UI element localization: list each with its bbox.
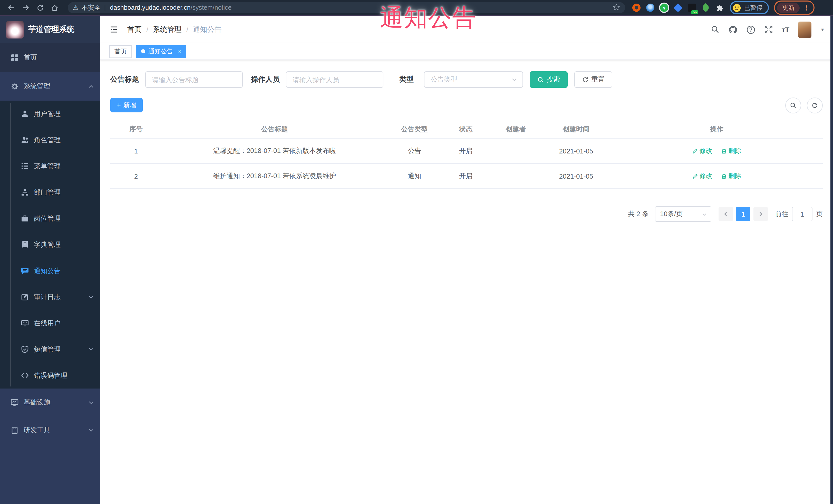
profile-paused-badge[interactable]: 已暂停 bbox=[730, 1, 769, 15]
edit-link[interactable]: 修改 bbox=[692, 172, 712, 181]
app-logo[interactable]: 芋道管理系统 bbox=[0, 16, 100, 43]
online-users-icon bbox=[21, 319, 29, 327]
browser-forward-icon[interactable] bbox=[19, 2, 33, 13]
sidebar-item-label: 用户管理 bbox=[34, 109, 61, 118]
page-size-select[interactable]: 10条/页 bbox=[655, 206, 711, 222]
tab-label: 通知公告 bbox=[148, 47, 173, 56]
sidebar-item-system-management[interactable]: 系统管理 bbox=[0, 72, 100, 101]
sidebar-item-label: 字典管理 bbox=[34, 240, 61, 249]
search-form: 公告标题 操作人员 类型 公告类型 搜索 bbox=[110, 71, 823, 88]
tags-view-bar: 首页 通知公告 × bbox=[100, 43, 833, 60]
sidebar-item-infrastructure[interactable]: 基础设施 bbox=[0, 388, 100, 416]
fullscreen-icon[interactable] bbox=[764, 25, 773, 34]
select-chevron-down-icon bbox=[511, 76, 517, 82]
browser-reload-icon[interactable] bbox=[33, 2, 47, 13]
sidebar-item-dev-tools[interactable]: 研发工具 bbox=[0, 416, 100, 444]
add-button[interactable]: + 新增 bbox=[110, 98, 143, 113]
extension-blue-diamond-icon[interactable] bbox=[673, 3, 682, 12]
sidebar-item-role-management[interactable]: 角色管理 bbox=[0, 127, 100, 153]
avatar-caret-down-icon[interactable]: ▼ bbox=[820, 27, 825, 32]
extension-blue-gem-icon[interactable] bbox=[646, 4, 654, 12]
browser-menu-kebab-icon[interactable]: ⋮ bbox=[803, 4, 810, 11]
browser-home-icon[interactable] bbox=[47, 2, 62, 13]
sidebar-item-error-code[interactable]: 错误码管理 bbox=[0, 362, 100, 388]
sidebar-item-label: 短信管理 bbox=[34, 345, 61, 354]
delete-link[interactable]: 删除 bbox=[721, 146, 741, 155]
user-avatar[interactable] bbox=[798, 21, 811, 38]
cell-no: 1 bbox=[110, 147, 162, 155]
sidebar-fold-icon[interactable] bbox=[109, 25, 118, 34]
sidebar-item-menu-management[interactable]: 菜单管理 bbox=[0, 153, 100, 179]
bookmark-star-icon[interactable] bbox=[613, 3, 620, 12]
sidebar-item-sms-management[interactable]: 短信管理 bbox=[0, 336, 100, 362]
page-scrollbar[interactable] bbox=[830, 16, 833, 504]
notice-title-input[interactable] bbox=[145, 71, 243, 88]
toggle-search-button[interactable] bbox=[785, 97, 801, 113]
address-bar[interactable]: ⚠ 不安全 dashboard.yudao.iocoder.cn/system/… bbox=[68, 2, 625, 13]
breadcrumb-home[interactable]: 首页 bbox=[127, 25, 142, 34]
edit-link[interactable]: 修改 bbox=[692, 146, 712, 155]
current-page[interactable]: 1 bbox=[736, 207, 751, 221]
goto-page-input[interactable] bbox=[792, 207, 812, 221]
sidebar-item-dict-management[interactable]: 字典管理 bbox=[0, 232, 100, 258]
sidebar-item-post-management[interactable]: 岗位管理 bbox=[0, 205, 100, 232]
search-button[interactable]: 搜索 bbox=[530, 71, 568, 88]
sidebar-item-user-management[interactable]: 用户管理 bbox=[0, 101, 100, 127]
next-page-button[interactable] bbox=[754, 207, 768, 221]
operator-input[interactable] bbox=[286, 71, 383, 88]
update-button[interactable]: 更新 bbox=[777, 2, 800, 13]
github-icon[interactable] bbox=[728, 25, 737, 34]
cell-operations: 修改 删除 bbox=[611, 172, 823, 181]
user-icon bbox=[21, 110, 29, 118]
notice-table: 序号 公告标题 公告类型 状态 创建者 创建时间 操作 1 温馨提醒：2018-… bbox=[110, 121, 823, 189]
help-question-icon[interactable] bbox=[746, 25, 755, 34]
app-title: 芋道管理系统 bbox=[28, 25, 74, 34]
page-size-value: 10条/页 bbox=[660, 209, 683, 219]
cell-created: 2021-01-05 bbox=[542, 147, 611, 155]
operator-label: 操作人员 bbox=[251, 75, 280, 84]
sidebar-item-label: 岗位管理 bbox=[34, 214, 61, 223]
breadcrumb-system[interactable]: 系统管理 bbox=[153, 25, 182, 34]
add-button-label: 新增 bbox=[123, 101, 136, 110]
col-header-creator: 创建者 bbox=[490, 125, 542, 134]
extensions-puzzle-icon[interactable] bbox=[715, 4, 724, 12]
sidebar-item-notice[interactable]: 通知公告 bbox=[0, 258, 100, 284]
pagination-total: 共 2 条 bbox=[628, 209, 649, 219]
pagination: 共 2 条 10条/页 1 前往 bbox=[110, 206, 823, 222]
cell-status: 开启 bbox=[442, 171, 490, 181]
delete-link[interactable]: 删除 bbox=[721, 172, 741, 181]
extension-green-icon[interactable]: y bbox=[660, 4, 668, 12]
col-header-created: 创建时间 bbox=[542, 125, 611, 134]
select-chevron-down-icon bbox=[701, 211, 707, 217]
org-tree-icon bbox=[21, 188, 29, 196]
tab-home[interactable]: 首页 bbox=[109, 45, 132, 58]
sidebar-item-dept-management[interactable]: 部门管理 bbox=[0, 179, 100, 205]
tab-close-icon[interactable]: × bbox=[178, 48, 182, 54]
notice-chat-icon bbox=[21, 267, 29, 274]
not-secure-label[interactable]: 不安全 bbox=[81, 3, 101, 12]
delete-link-label: 删除 bbox=[729, 172, 741, 181]
tab-notice[interactable]: 通知公告 × bbox=[136, 45, 187, 58]
extension-leaf-icon[interactable] bbox=[701, 3, 710, 12]
extension-orange-icon[interactable] bbox=[632, 4, 641, 12]
sidebar: 芋道管理系统 首页 系统管理 bbox=[0, 16, 100, 504]
briefcase-icon bbox=[21, 215, 29, 222]
reset-button[interactable]: 重置 bbox=[574, 71, 612, 88]
refresh-button[interactable] bbox=[807, 97, 823, 113]
tab-label: 首页 bbox=[115, 47, 127, 56]
emoji-avatar-icon bbox=[732, 3, 741, 12]
building-icon bbox=[10, 426, 19, 434]
search-icon[interactable] bbox=[711, 25, 719, 34]
sidebar-item-home[interactable]: 首页 bbox=[0, 43, 100, 72]
chevron-down-icon bbox=[88, 346, 94, 352]
notice-type-select[interactable]: 公告类型 bbox=[424, 71, 523, 88]
prev-page-button[interactable] bbox=[718, 207, 733, 221]
extension-terminal-icon[interactable]: on bbox=[688, 4, 696, 12]
cell-title: 维护通知：2018-07-01 若依系统凌晨维护 bbox=[162, 171, 387, 181]
browser-back-icon[interactable] bbox=[4, 2, 19, 13]
sidebar-item-audit-log[interactable]: 审计日志 bbox=[0, 284, 100, 310]
sidebar-item-online-users[interactable]: 在线用户 bbox=[0, 310, 100, 336]
users-icon bbox=[21, 136, 29, 144]
plus-icon: + bbox=[117, 102, 121, 109]
font-size-icon[interactable]: тT bbox=[781, 25, 789, 33]
